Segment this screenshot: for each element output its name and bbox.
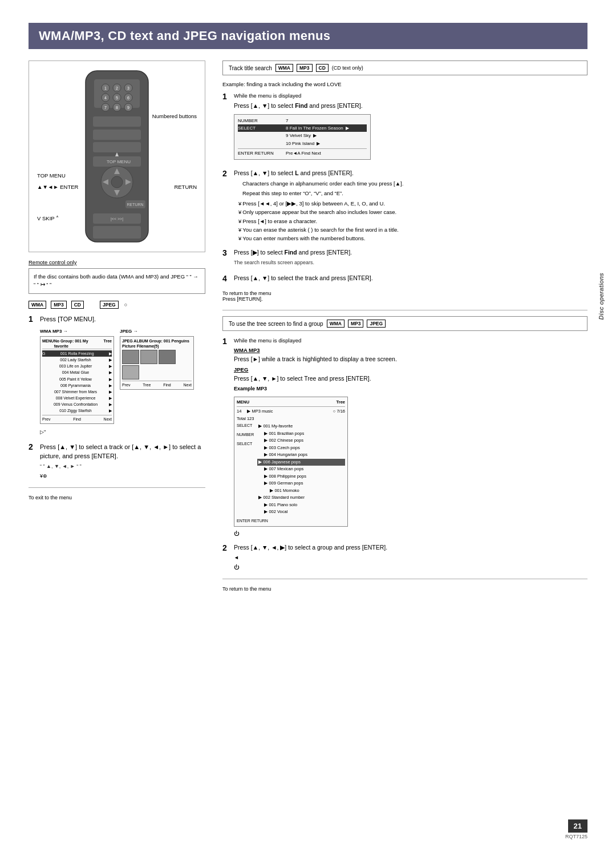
right-step-2: 2 Press [▲, ▼] to select L and press [EN… xyxy=(222,169,587,243)
right-step-3: 3 Press [▶] to select Find and press [EN… xyxy=(222,248,587,268)
bullet-1: Press [◄◄, 4] or [▶▶, 3] to skip between… xyxy=(238,199,587,208)
step-1: 1 Press [TOP MENU]. WMA MP3 → MENUNo Gro… xyxy=(29,314,205,437)
svg-text:4: 4 xyxy=(104,96,107,100)
step3-text: Press [▶] to select Find and press [ENTE… xyxy=(234,248,587,257)
divider-left xyxy=(29,487,205,488)
tree-power-icon2: ⏻ xyxy=(234,564,587,572)
top-menu-label: TOP MENU xyxy=(37,172,66,179)
remote-control-svg: 1 2 3 4 5 6 7 8 9 xyxy=(71,68,163,245)
circle-note: ¥⊕ xyxy=(40,473,205,480)
wma-mp3-underline: WMA MP3 xyxy=(234,346,587,354)
svg-point-31 xyxy=(111,176,123,188)
svg-text:8: 8 xyxy=(116,106,118,110)
svg-rect-21 xyxy=(93,130,141,140)
right-step-1: 1 While the menu is displayed Press [▲, … xyxy=(222,92,587,163)
svg-text:TOP MENU: TOP MENU xyxy=(107,159,131,164)
svg-text:RETURN: RETURN xyxy=(127,203,143,207)
step4-text: Press [▲, ▼] to select the track and pre… xyxy=(234,274,587,283)
tree-step-2: 2 Press [▲, ▼, ◄, ▶] to select a group a… xyxy=(222,543,587,572)
svg-rect-20 xyxy=(93,116,141,127)
tree-screen: MENU Tree 14 ▶ MP3 music ○ 7/16 Total 12… xyxy=(234,397,348,527)
format-tags-row: WMA MP3 CD JPEG ○ xyxy=(29,301,205,309)
right-column: Track title search WMA MP3 CD (CD text o… xyxy=(222,60,587,592)
tree-section: To use the tree screen to find a group W… xyxy=(222,310,587,592)
cd-tag: CD xyxy=(71,301,84,309)
jpeg-screen: JPEG ALBUM Group: 001 Penguins Picture F… xyxy=(120,336,194,390)
disc-operations-label: Disc operations xyxy=(598,273,605,320)
jpeg-underline: JPEG xyxy=(234,366,587,374)
svg-text:2: 2 xyxy=(116,86,118,90)
track-format-note: (CD text only) xyxy=(332,65,363,71)
bullet-4: You can erase the asterisk ( ) to search… xyxy=(238,225,587,234)
tree-step1-intro: While the menu is displayed xyxy=(234,337,587,345)
svg-text:1: 1 xyxy=(104,86,107,90)
tree-step2-text: Press [▲, ▼, ◄, ▶] to select a group and… xyxy=(234,543,587,552)
bullet-5: You can enter numbers with the numbered … xyxy=(238,234,587,243)
step2-note: “ ” ▲, ▼, ◄, ► “ ” xyxy=(40,463,205,471)
step-2: 2 Press [▲, ▼] to select a track or [▲, … xyxy=(29,442,205,480)
step2-note1: Characters change in alphanumeric order … xyxy=(242,180,587,188)
tree-wma-tag: WMA xyxy=(327,320,345,328)
bullet-2: Only uppercase appear but the search als… xyxy=(238,208,587,216)
page-number: 21 xyxy=(568,819,587,833)
step1-text: Press [TOP MENU]. xyxy=(40,314,205,324)
svg-rect-36 xyxy=(93,226,141,239)
tree-step-1: 1 While the menu is displayed WMA MP3 Pr… xyxy=(222,337,587,538)
svg-text:3: 3 xyxy=(127,86,129,90)
numbered-buttons-label: Numbered buttons xyxy=(152,112,197,120)
svg-text:|<<  >>|: |<< >>| xyxy=(111,217,123,221)
enter-label: ▲▼◄► ENTER xyxy=(37,184,78,190)
tree-jpeg-text: Press [▲, ▼, ►] to select Tree and press… xyxy=(234,374,587,383)
tree-header-label: To use the tree screen to find a group xyxy=(229,321,323,327)
bullet-3: Press [◄] to erase a character. xyxy=(238,217,587,225)
circle-icon: ○ xyxy=(124,302,127,308)
step1-footnote: ▷" xyxy=(40,429,205,437)
rqt-code: RQT7125 xyxy=(565,834,587,839)
tree-section-header: To use the tree screen to find a group W… xyxy=(222,316,587,331)
remote-control-note: Remote control only xyxy=(29,259,205,265)
wma-mp3-arrow: WMA MP3 → xyxy=(40,328,114,335)
tree-mp3-tag: MP3 xyxy=(348,320,363,328)
jpeg-arrow: JPEG → xyxy=(120,328,194,335)
search-screen: NUMBER 7 SELECT 8 Fall In The Frozen Sea… xyxy=(234,114,371,160)
step2-text: Press [▲, ▼] to select L and press [ENTE… xyxy=(234,169,587,178)
track-cd-tag: CD xyxy=(316,64,329,72)
tree-step2-note: ◄ xyxy=(234,554,587,562)
svg-text:7: 7 xyxy=(104,106,107,110)
left-steps: 1 Press [TOP MENU]. WMA MP3 → MENUNo Gro… xyxy=(29,314,205,480)
tree-wma-mp3-text: Press [►] while a track is highlighted t… xyxy=(234,355,587,364)
skip-label: V SKIP ˄ xyxy=(37,215,59,221)
return-label: RETURN xyxy=(174,184,197,190)
step2-text: Press [▲, ▼] to select a track or [▲, ▼,… xyxy=(40,442,205,461)
wma-tag: WMA xyxy=(29,301,46,309)
example-text: Example: finding a track including the w… xyxy=(222,81,587,87)
track-search-header: Track title search WMA MP3 CD (CD text o… xyxy=(222,60,587,75)
remote-control-diagram: 1 2 3 4 5 6 7 8 9 xyxy=(29,60,205,252)
left-column: 1 2 3 4 5 6 7 8 9 xyxy=(29,60,205,500)
exit-note: To exit to the menu xyxy=(29,495,205,500)
step3-note: The search results screen appears. xyxy=(234,259,587,267)
tree-divider xyxy=(222,579,587,579)
track-search-label: Track title search xyxy=(229,65,272,71)
tree-example-label: Example MP3 xyxy=(234,385,587,393)
wma-mp3-screen: MENUNo Group: 001 My favoriteTree G001 R… xyxy=(40,336,114,424)
svg-text:5: 5 xyxy=(116,96,118,100)
step2-note2: Repeat this step to enter “O”, “V”, and … xyxy=(242,189,587,197)
disc-note-box: If the disc contains both audio data (WM… xyxy=(29,268,205,294)
tree-power-icon: ⏻ xyxy=(234,530,587,538)
return-note: To return to the menu Press [RETURN]. xyxy=(222,290,587,302)
tree-return-note: To return to the menu xyxy=(222,586,587,592)
svg-text:9: 9 xyxy=(127,106,129,110)
track-mp3-tag: MP3 xyxy=(297,64,312,72)
step1-intro: While the menu is displayed xyxy=(234,92,587,100)
svg-text:6: 6 xyxy=(127,96,129,100)
right-step-4: 4 Press [▲, ▼] to select the track and p… xyxy=(222,274,587,285)
page-title: WMA/MP3, CD text and JPEG navigation men… xyxy=(29,23,587,49)
navigation-screens: WMA MP3 → MENUNo Group: 001 My favoriteT… xyxy=(40,328,205,424)
jpeg-tag: JPEG xyxy=(100,301,119,309)
tree-jpeg-tag: JPEG xyxy=(367,320,386,328)
step1-press: Press [▲, ▼] to select Find and press [E… xyxy=(234,102,587,111)
mp3-tag: MP3 xyxy=(51,301,66,309)
svg-rect-22 xyxy=(93,142,141,152)
track-wma-tag: WMA xyxy=(275,64,293,72)
